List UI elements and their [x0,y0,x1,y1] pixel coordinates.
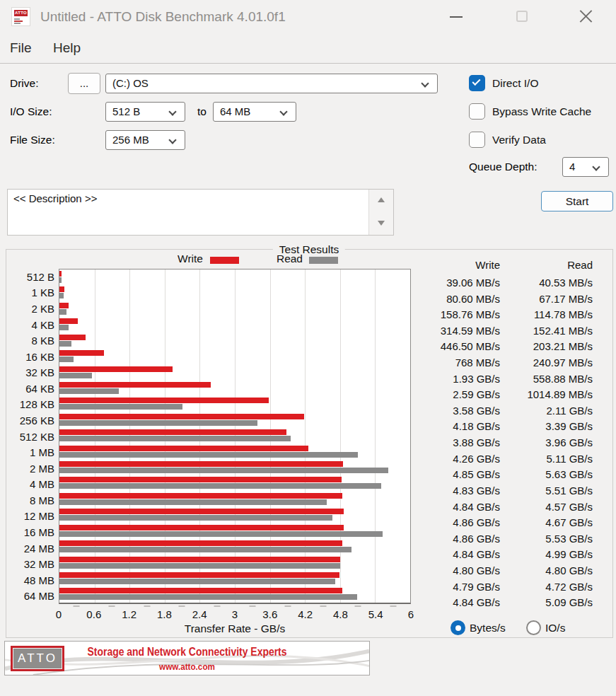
write-value: 39.06 MB/s [396,275,500,291]
result-row: 3.58 GB/s2.11 GB/s [396,403,593,419]
browse-button[interactable]: ... [68,73,100,94]
description-scrollbar [368,190,393,235]
ios-per-sec-radio[interactable] [526,620,541,635]
verify-data-checkbox[interactable] [469,132,485,148]
titlebar: ATTO Untitled - ATTO Disk Benchmark 4.01… [0,0,616,33]
result-row: 3.88 GB/s3.96 GB/s [396,435,593,451]
result-row: 4.83 GB/s5.51 GB/s [396,483,593,499]
chart-row [59,539,410,555]
y-axis-label: 32 KB [0,364,54,381]
scroll-up-button[interactable] [369,191,393,209]
chart-row [59,428,410,443]
write-bar [59,588,342,593]
result-row: 4.85 GB/s5.63 GB/s [396,467,593,483]
x-tick-label: 3.6 [262,608,277,620]
y-axis-label: 4 MB [0,477,54,493]
write-value: 3.58 GB/s [396,403,500,419]
write-bar [59,350,104,356]
write-bar [59,271,62,277]
read-bar [59,293,64,298]
chart-row [59,507,410,523]
drive-select[interactable]: (C:) OS [105,74,438,93]
write-bar [59,572,339,578]
result-row: 80.60 MB/s67.17 MB/s [396,291,593,308]
scroll-down-button[interactable] [369,214,393,232]
drive-select-value: (C:) OS [112,77,149,89]
x-tick-label: 2.4 [192,608,207,620]
result-row: 4.86 GB/s5.53 GB/s [396,531,593,547]
write-value: 158.76 MB/s [396,307,500,323]
results-header-write: Write [396,259,500,271]
write-value: 4.26 GB/s [396,451,500,468]
write-value: 4.79 GB/s [396,579,500,596]
chart-row [59,586,410,602]
write-value: 4.84 GB/s [396,499,500,516]
file-size-select[interactable]: 256 MB [105,130,185,150]
drive-label: Drive: [10,74,38,93]
read-bar [59,388,119,394]
x-minor-tick [249,605,255,607]
bytes-per-sec-radio[interactable] [451,620,465,635]
read-bar [59,404,182,410]
chart-row [59,396,410,412]
start-button[interactable]: Start [541,191,613,211]
chart-plot [59,269,411,604]
app-window: { "window": { "icon_text": "ATTO", "titl… [0,0,616,696]
description-field[interactable]: << Description >> [7,189,394,236]
banner-headline: Storage and Network Connectivity Experts [37,645,336,659]
x-minor-tick [73,605,79,607]
read-value: 4.99 GB/s [500,547,593,563]
queue-depth-label: Queue Depth: [469,157,537,177]
result-row: 4.79 GB/s4.72 GB/s [396,579,593,596]
chart-row [59,365,410,381]
read-value: 5.11 GB/s [500,451,593,468]
write-bar [59,525,344,530]
menu-file[interactable]: File [10,33,32,63]
chart-row [59,523,410,539]
direct-io-checkbox[interactable] [469,75,485,91]
result-row: 39.06 MB/s40.53 MB/s [396,275,593,291]
read-bar [59,325,69,330]
x-tick-label: 4.8 [333,608,348,620]
read-value: 1014.89 MB/s [500,387,593,403]
x-minor-tick [355,605,361,607]
chart-row [59,269,410,285]
y-axis-label: 32 MB [0,556,54,572]
atto-banner-link[interactable]: ATTO Storage and Network Connectivity Ex… [4,641,370,675]
read-value: 2.11 GB/s [500,403,593,419]
chart-row [59,492,410,507]
read-value: 4.72 GB/s [500,579,593,596]
write-bar [59,414,304,419]
result-row: 4.26 GB/s5.11 GB/s [396,451,593,468]
maximize-icon [516,11,528,22]
read-value: 5.53 GB/s [500,531,593,547]
result-row: 4.18 GB/s3.39 GB/s [396,419,593,435]
result-row: 1.93 GB/s558.88 MB/s [396,371,593,388]
write-value: 4.86 GB/s [396,515,500,531]
result-row: 4.84 GB/s5.09 GB/s [396,595,593,611]
x-tick-label: 5.4 [368,608,383,620]
result-row: 4.84 GB/s4.99 GB/s [396,547,593,563]
write-bar [59,382,211,388]
x-tick-label: 4.2 [298,608,313,620]
y-axis-label: 16 KB [0,349,54,365]
bypass-write-cache-checkbox[interactable] [469,103,485,120]
result-row: 4.84 GB/s4.57 GB/s [396,499,593,516]
maximize-button[interactable] [506,0,539,33]
io-size-to-select[interactable]: 64 MB [213,102,296,122]
verify-data-label: Verify Data [492,132,546,149]
queue-depth-select[interactable]: 4 [562,157,609,177]
y-axis-label: 1 KB [0,285,54,301]
y-axis-label: 128 KB [0,397,54,413]
write-bar [59,318,78,324]
io-size-from-select[interactable]: 512 B [105,102,185,122]
close-button[interactable] [570,0,603,33]
chevron-down-icon [168,108,176,115]
read-bar [59,483,381,489]
write-value: 3.88 GB/s [396,435,500,451]
menu-help[interactable]: Help [53,33,81,63]
window-title: Untitled - ATTO Disk Benchmark 4.01.0f1 [40,0,286,33]
file-size-value: 256 MB [112,134,149,146]
minimize-button[interactable] [440,0,472,33]
write-bar [59,446,308,451]
